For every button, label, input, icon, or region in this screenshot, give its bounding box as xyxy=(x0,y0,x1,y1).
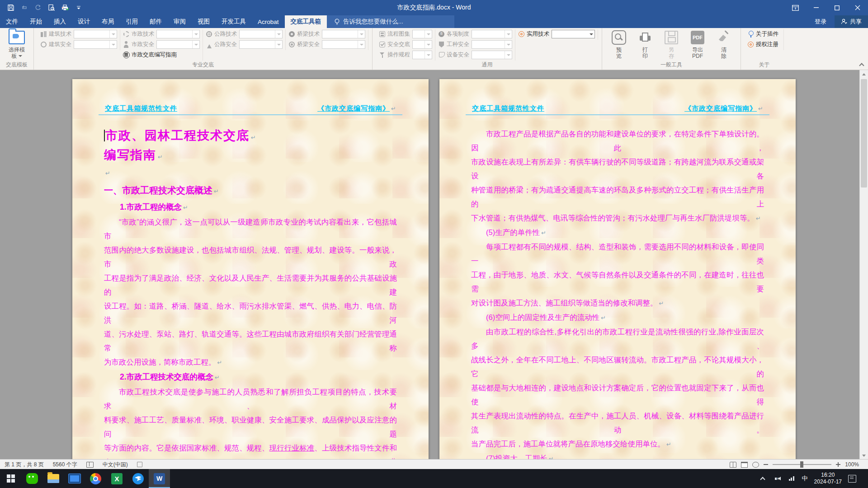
vertical-scrollbar[interactable] xyxy=(859,70,868,459)
collapse-ribbon-icon[interactable] xyxy=(860,62,864,67)
proofing-icon[interactable] xyxy=(82,462,98,468)
preview-button[interactable]: 预 览 xyxy=(607,29,631,59)
unit-about: 关于插件 授权注册 xyxy=(745,29,784,50)
read-mode-icon[interactable] xyxy=(730,462,736,468)
tab-insert[interactable]: 插入 xyxy=(48,15,72,28)
insert-mode-icon[interactable] xyxy=(132,462,147,467)
taskbar-excel[interactable]: X xyxy=(106,469,127,488)
volume-muted-icon[interactable]: × xyxy=(773,474,781,483)
tab-design[interactable]: 设计 xyxy=(72,15,96,28)
practical-tech-combo[interactable] xyxy=(552,30,595,38)
zoom-in-icon[interactable] xyxy=(836,462,840,467)
bridge-safety-combo[interactable] xyxy=(322,40,365,49)
page-body[interactable]: 市政、园林工程技术交底↵编写指南↵↵一、市政工程技术交底概述↵1.市政工程的概念… xyxy=(72,115,429,459)
group-label-about: 关于 xyxy=(741,61,788,69)
building-tech-combo[interactable] xyxy=(74,30,117,38)
scroll-up-icon[interactable] xyxy=(860,70,868,78)
share-button[interactable]: 共享 xyxy=(835,15,868,28)
maximize-button[interactable] xyxy=(826,0,847,15)
highway-tech-combo[interactable] xyxy=(239,30,283,38)
taskbar-computer[interactable] xyxy=(64,469,85,488)
network-icon[interactable] xyxy=(788,474,796,483)
windows-logo-icon xyxy=(7,474,15,483)
taskbar-clock[interactable]: 16:20 2024-07-17 xyxy=(814,472,842,485)
flowchart-combo[interactable] xyxy=(412,30,432,38)
tab-developer[interactable]: 开发工具 xyxy=(216,15,252,28)
page-body[interactable]: 市政工程产品是根据产品各自的功能和建设单位的要求，在特定条件下单独设计的。因此，… xyxy=(439,115,796,459)
safety-disclosure-combo[interactable] xyxy=(412,40,432,49)
tab-home[interactable]: 开始 xyxy=(24,15,48,28)
taskbar-wechat[interactable] xyxy=(21,469,42,488)
tab-references[interactable]: 引用 xyxy=(120,15,144,28)
print-button[interactable]: 打 印 xyxy=(633,29,657,59)
building-safety-icon xyxy=(40,41,47,48)
taskbar-word-active[interactable]: W xyxy=(149,469,170,488)
word-count[interactable]: 5560 个字 xyxy=(48,461,82,469)
export-pdf-button[interactable]: PDF 导出 PDF xyxy=(685,29,710,59)
operating-rules-combo[interactable] xyxy=(412,51,432,59)
document-page-left[interactable]: 交底工具箱规范性文件 《市政交底编写指南》↵ 市政、园林工程技术交底↵编写指南↵… xyxy=(72,79,429,459)
tab-acrobat[interactable]: Acrobat xyxy=(252,15,285,28)
group-general: 流程图集 安全交底 操作规程 各项制度 工种安全 设备安全 实用技术 通用 xyxy=(373,28,602,70)
page-indicator[interactable]: 第 1 页，共 8 页 xyxy=(0,461,48,469)
license-register-button[interactable]: 授权注册 xyxy=(756,41,778,48)
tab-mailings[interactable]: 邮件 xyxy=(144,15,168,28)
language-indicator[interactable]: 中文(中国) xyxy=(98,461,132,469)
print-layout-icon[interactable] xyxy=(741,462,748,468)
scroll-down-icon[interactable] xyxy=(860,451,868,459)
zoom-level[interactable]: 100% xyxy=(845,461,859,468)
taskbar-file-explorer[interactable] xyxy=(42,469,64,488)
print-preview-icon[interactable] xyxy=(47,3,56,12)
doc-line: 等方面的内容。它是依据国家标准、规范、规程、现行行业标准、上级技术指导性文件和企… xyxy=(104,441,397,459)
taskbar-chrome[interactable] xyxy=(85,469,106,488)
customize-qat-icon[interactable] xyxy=(74,3,83,12)
trade-safety-combo[interactable] xyxy=(472,40,512,49)
about-plugin-button[interactable]: 关于插件 xyxy=(756,30,778,38)
tab-layout[interactable]: 布局 xyxy=(96,15,120,28)
tab-toolbox-active[interactable]: 交底工具箱 xyxy=(285,15,327,28)
doc-line: 一、市政工程技术交底概述↵ xyxy=(104,182,397,200)
start-button[interactable] xyxy=(0,469,21,488)
zoom-out-icon[interactable] xyxy=(764,464,768,465)
municipal-safety-combo[interactable] xyxy=(156,40,200,49)
tab-review[interactable]: 审阅 xyxy=(168,15,192,28)
web-layout-icon[interactable] xyxy=(752,462,759,468)
print-label: 打 印 xyxy=(642,47,648,59)
redo-icon[interactable] xyxy=(33,3,42,12)
doc-line: 设工程。如：道路、桥涵、隧道、给水、雨污水排水管渠、燃气、供热、电力、电信、防洪… xyxy=(104,299,397,327)
tell-me-box[interactable]: 告诉我您想要做什么... xyxy=(327,15,454,28)
scrollbar-thumb[interactable] xyxy=(861,79,867,188)
clear-button[interactable]: 清 除 xyxy=(712,29,736,59)
municipal-guide-button[interactable]: 市政交底编写指南 xyxy=(132,51,177,59)
save-as-icon xyxy=(665,31,678,44)
systems-combo[interactable] xyxy=(472,30,512,38)
building-safety-combo[interactable] xyxy=(74,40,117,49)
undo-icon[interactable] xyxy=(20,3,29,12)
document-page-right[interactable]: 交底工具箱规范性文件 《市政交底编写指南》↵ 市政工程产品是根据产品各自的功能和… xyxy=(439,79,796,459)
tab-view[interactable]: 视图 xyxy=(192,15,216,28)
ribbon-display-options-icon[interactable] xyxy=(785,0,806,15)
quick-print-icon[interactable] xyxy=(61,3,70,12)
zoom-slider-thumb[interactable] xyxy=(800,461,803,468)
hidden-icons-chevron[interactable] xyxy=(759,474,767,483)
save-as-button[interactable]: 另 存 xyxy=(659,29,684,59)
text-cursor xyxy=(104,130,105,141)
equipment-safety-combo[interactable] xyxy=(472,51,512,59)
taskbar-thunder[interactable] xyxy=(127,469,149,488)
tab-file[interactable]: 文件 xyxy=(0,15,24,28)
bridge-tech-combo[interactable] xyxy=(322,30,365,38)
sign-in-button[interactable]: 登录 xyxy=(815,18,826,26)
clear-label: 清 除 xyxy=(721,47,726,59)
ime-indicator[interactable]: 中 xyxy=(802,474,808,483)
municipal-tech-combo[interactable] xyxy=(156,30,200,38)
doc-line: 为市政公用设施，简称市政工程。↵ xyxy=(104,355,397,370)
save-icon[interactable] xyxy=(6,3,15,12)
highway-safety-combo[interactable] xyxy=(239,40,283,49)
paragraph-mark: ↵ xyxy=(549,452,554,459)
zoom-slider[interactable] xyxy=(773,464,831,465)
minimize-button[interactable] xyxy=(806,0,826,15)
bridge-tech-icon xyxy=(288,31,295,38)
select-template-button[interactable]: 选择模 板 xyxy=(5,29,29,59)
action-center-icon[interactable] xyxy=(848,474,856,483)
close-button[interactable] xyxy=(847,0,868,15)
